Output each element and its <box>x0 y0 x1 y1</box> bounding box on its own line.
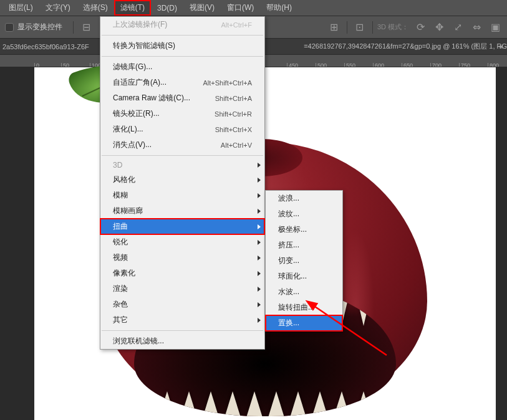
submenu-arrow-icon <box>258 271 261 276</box>
submenu-arrow-icon <box>258 178 261 183</box>
submenu-arrow-icon <box>258 240 261 245</box>
tab-title-right[interactable]: =4268192767,3942847261&fm=27&gp=0.jpg @ … <box>304 42 507 51</box>
submenu-item-label: 球面化... <box>278 271 307 282</box>
submenu-item[interactable]: 置换... <box>266 315 342 331</box>
submenu-item-label: 极坐标... <box>278 224 307 235</box>
menu-shortcut: Alt+Shift+Ctrl+A <box>203 79 252 87</box>
menu-item-label: 渲染 <box>113 284 128 294</box>
menu-item-label: 液化(L)... <box>113 124 143 135</box>
pan-icon[interactable]: ✥ <box>431 19 447 36</box>
menu-shortcut: Alt+Ctrl+V <box>221 141 252 149</box>
teeth-bottom <box>134 391 396 416</box>
menu-item-label: 锐化 <box>113 237 128 247</box>
menu-item[interactable]: 风格化 <box>100 172 264 188</box>
menu-layer[interactable]: 图层(L) <box>2 0 39 16</box>
menu-item-label: 滤镜库(G)... <box>113 62 152 72</box>
divider <box>347 21 347 34</box>
menu-help[interactable]: 帮助(H) <box>260 0 298 16</box>
menubar: 图层(L) 文字(Y) 选择(S) 滤镜(T) 3D(D) 视图(V) 窗口(W… <box>0 0 507 16</box>
menu-window[interactable]: 窗口(W) <box>221 0 260 16</box>
checkbox-icon[interactable] <box>5 23 14 32</box>
menu-item[interactable]: 转换为智能滤镜(S) <box>100 38 264 54</box>
orbit-icon[interactable]: ⟳ <box>412 19 428 36</box>
submenu-arrow-icon <box>258 224 261 229</box>
submenu-arrow-icon <box>258 287 261 292</box>
menu-item[interactable]: 模糊 <box>100 188 264 203</box>
close-icon[interactable]: × <box>500 43 503 50</box>
menu-item[interactable]: 渲染 <box>100 281 264 297</box>
submenu-item-label: 波浪... <box>278 193 299 204</box>
divider <box>372 21 373 34</box>
menu-item[interactable]: 扭曲 <box>100 219 264 234</box>
submenu-arrow-icon <box>258 302 261 307</box>
distort-submenu[interactable]: 波浪...波纹...极坐标...挤压...切变...球面化...水波...旋转扭… <box>265 190 343 332</box>
menu-item-label: 视频 <box>113 252 128 263</box>
menu-filter[interactable]: 滤镜(T) <box>114 0 151 16</box>
menu-item-label: Camera Raw 滤镜(C)... <box>113 93 190 103</box>
menu-item[interactable]: 视频 <box>100 250 264 265</box>
submenu-item-label: 水波... <box>278 287 299 297</box>
menu-select[interactable]: 选择(S) <box>77 0 114 16</box>
submenu-item[interactable]: 水波... <box>266 284 342 300</box>
show-transform-controls[interactable]: 显示变换控件 <box>5 22 62 32</box>
align3-icon[interactable]: ⊡ <box>352 19 368 36</box>
submenu-item[interactable]: 波纹... <box>266 206 342 222</box>
submenu-arrow-icon <box>258 163 261 168</box>
dolly-icon[interactable]: ⤢ <box>450 19 466 36</box>
ruler-tick: 550 <box>344 63 355 67</box>
menu-item-label: 杂色 <box>113 299 128 310</box>
submenu-item-label: 波纹... <box>278 209 299 219</box>
menu-item[interactable]: 其它 <box>100 312 264 328</box>
submenu-item[interactable]: 挤压... <box>266 237 342 253</box>
menu-item[interactable]: Camera Raw 滤镜(C)...Shift+Ctrl+A <box>100 90 264 106</box>
menu-item[interactable]: 滤镜库(G)... <box>100 59 264 75</box>
submenu-item-label: 置换... <box>278 318 299 328</box>
menu-item[interactable]: 镜头校正(R)...Shift+Ctrl+R <box>100 106 264 122</box>
align2-icon[interactable]: ⊞ <box>326 19 342 36</box>
checkbox-label: 显示变换控件 <box>17 22 62 32</box>
submenu-item-label: 挤压... <box>278 240 299 251</box>
menu-text[interactable]: 文字(Y) <box>39 0 77 16</box>
menu-item-label: 像素化 <box>113 268 135 279</box>
menu-shortcut: Shift+Ctrl+R <box>215 110 252 118</box>
submenu-item[interactable]: 旋转扭曲... <box>266 300 342 315</box>
submenu-item[interactable]: 切变... <box>266 253 342 269</box>
menu-item[interactable]: 自适应广角(A)...Alt+Shift+Ctrl+A <box>100 75 264 90</box>
submenu-item-label: 切变... <box>278 255 299 266</box>
menu-separator <box>102 155 263 156</box>
submenu-item[interactable]: 球面化... <box>266 269 342 284</box>
menu-item[interactable]: 模糊画廊 <box>100 203 264 219</box>
ruler-tick: 800 <box>488 63 499 67</box>
submenu-item[interactable]: 极坐标... <box>266 222 342 237</box>
mode3d-label: 3D 模式： <box>377 22 408 32</box>
menu-item-label: 浏览联机滤镜... <box>113 336 164 346</box>
submenu-item[interactable]: 波浪... <box>266 191 342 206</box>
toolbar-right-group: ⊞ ⊡ 3D 模式： ⟳ ✥ ⤢ ⇔ ▣ <box>326 19 503 36</box>
menu-item-label: 模糊画廊 <box>113 206 143 216</box>
menu-item[interactable]: 锐化 <box>100 234 264 250</box>
camera-icon[interactable]: ▣ <box>487 19 503 36</box>
menu-item[interactable]: 杂色 <box>100 297 264 312</box>
menu-item[interactable]: 消失点(V)...Alt+Ctrl+V <box>100 137 264 153</box>
menu-view[interactable]: 视图(V) <box>183 0 221 16</box>
ruler-tick: 450 <box>287 63 298 67</box>
menu-item-label: 扭曲 <box>113 221 128 232</box>
menu-item-label: 风格化 <box>113 174 135 185</box>
filter-dropdown[interactable]: 上次滤镜操作(F)Alt+Ctrl+F转换为智能滤镜(S)滤镜库(G)...自适… <box>100 16 265 350</box>
menu-item-label: 镜头校正(R)... <box>113 108 160 119</box>
menu-3d[interactable]: 3D(D) <box>151 1 183 15</box>
align-icon[interactable]: ⊟ <box>78 19 94 36</box>
ruler-tick: 650 <box>402 63 413 67</box>
ruler-tick: 50 <box>61 63 69 67</box>
submenu-item-label: 旋转扭曲... <box>278 302 314 313</box>
menu-item[interactable]: 浏览联机滤镜... <box>100 333 264 349</box>
tab-title-left[interactable]: 2a53fd6ec635bf06a913-Z6F <box>2 43 89 50</box>
menu-item[interactable]: 液化(L)...Shift+Ctrl+X <box>100 122 264 137</box>
menu-item-label: 消失点(V)... <box>113 140 152 150</box>
menu-item-label: 转换为智能滤镜(S) <box>113 41 175 51</box>
submenu-arrow-icon <box>258 255 261 260</box>
slide-icon[interactable]: ⇔ <box>468 19 485 36</box>
menu-separator <box>102 330 263 331</box>
menu-item[interactable]: 像素化 <box>100 265 264 281</box>
menu-item-label: 3D <box>113 161 122 169</box>
